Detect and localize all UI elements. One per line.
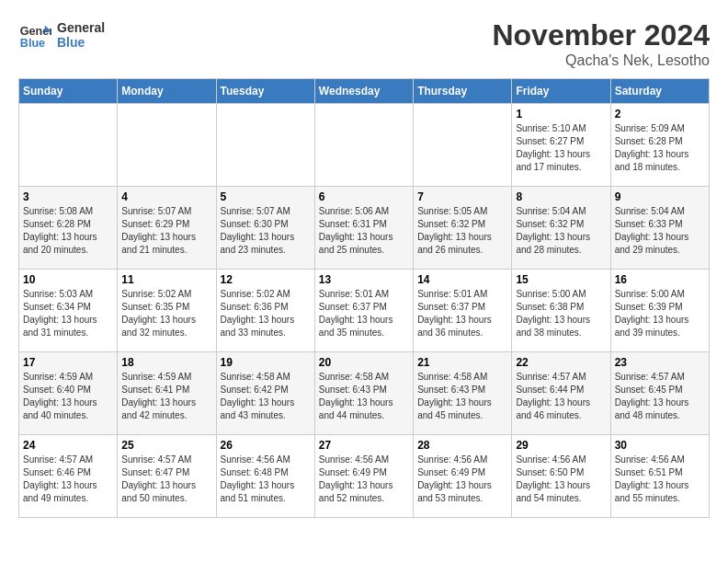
week-row-4: 24Sunrise: 4:57 AM Sunset: 6:46 PM Dayli… [19,435,710,518]
day-info: Sunrise: 5:01 AM Sunset: 6:37 PM Dayligh… [417,288,507,339]
header-tuesday: Tuesday [216,79,314,104]
calendar-cell [19,104,118,187]
day-number: 15 [516,273,606,286]
day-number: 8 [516,190,606,203]
day-number: 23 [615,356,705,369]
day-number: 20 [319,356,409,369]
calendar-cell: 20Sunrise: 4:58 AM Sunset: 6:43 PM Dayli… [314,352,413,435]
calendar-cell: 22Sunrise: 4:57 AM Sunset: 6:44 PM Dayli… [512,352,610,435]
day-info: Sunrise: 4:56 AM Sunset: 6:49 PM Dayligh… [417,454,507,505]
calendar-cell: 27Sunrise: 4:56 AM Sunset: 6:49 PM Dayli… [314,435,413,518]
title-block: November 2024 Qacha's Nek, Lesotho [492,18,710,69]
day-number: 29 [516,439,606,452]
day-info: Sunrise: 5:00 AM Sunset: 6:38 PM Dayligh… [516,288,606,339]
day-number: 10 [23,273,113,286]
logo: General Blue General Blue [18,18,105,52]
logo-line1: General [57,20,105,35]
calendar-header-row: SundayMondayTuesdayWednesdayThursdayFrid… [19,79,710,104]
calendar-cell: 14Sunrise: 5:01 AM Sunset: 6:37 PM Dayli… [414,270,512,352]
calendar-cell: 1Sunrise: 5:10 AM Sunset: 6:27 PM Daylig… [512,104,610,187]
day-info: Sunrise: 5:09 AM Sunset: 6:28 PM Dayligh… [615,122,705,174]
day-number: 1 [516,108,606,121]
day-info: Sunrise: 4:57 AM Sunset: 6:46 PM Dayligh… [23,454,113,505]
calendar-cell: 24Sunrise: 4:57 AM Sunset: 6:46 PM Dayli… [19,435,118,518]
day-info: Sunrise: 4:57 AM Sunset: 6:47 PM Dayligh… [121,454,211,505]
calendar-table: SundayMondayTuesdayWednesdayThursdayFrid… [18,78,710,518]
day-number: 4 [121,190,211,203]
day-number: 7 [417,190,507,203]
calendar-cell: 2Sunrise: 5:09 AM Sunset: 6:28 PM Daylig… [610,104,709,187]
calendar-cell: 17Sunrise: 4:59 AM Sunset: 6:40 PM Dayli… [19,352,118,435]
day-number: 26 [221,439,311,452]
day-number: 17 [23,356,113,369]
day-info: Sunrise: 5:04 AM Sunset: 6:32 PM Dayligh… [516,205,606,257]
calendar-cell: 11Sunrise: 5:02 AM Sunset: 6:35 PM Dayli… [118,270,216,352]
day-number: 6 [319,190,409,203]
day-number: 12 [221,273,311,286]
calendar-cell: 23Sunrise: 4:57 AM Sunset: 6:45 PM Dayli… [610,352,709,435]
day-number: 3 [23,190,113,203]
calendar-cell: 28Sunrise: 4:56 AM Sunset: 6:49 PM Dayli… [414,435,512,518]
day-info: Sunrise: 5:00 AM Sunset: 6:39 PM Dayligh… [615,288,705,339]
day-info: Sunrise: 5:07 AM Sunset: 6:29 PM Dayligh… [121,205,211,257]
day-info: Sunrise: 5:03 AM Sunset: 6:34 PM Dayligh… [23,288,113,339]
calendar-cell: 30Sunrise: 4:56 AM Sunset: 6:51 PM Dayli… [610,435,709,518]
month-title: November 2024 [492,18,710,52]
calendar-cell: 18Sunrise: 4:59 AM Sunset: 6:41 PM Dayli… [118,352,216,435]
calendar-cell: 25Sunrise: 4:57 AM Sunset: 6:47 PM Dayli… [118,435,216,518]
header-friday: Friday [512,79,610,104]
week-row-0: 1Sunrise: 5:10 AM Sunset: 6:27 PM Daylig… [19,104,710,187]
day-number: 14 [417,273,507,286]
calendar-cell: 13Sunrise: 5:01 AM Sunset: 6:37 PM Dayli… [314,270,413,352]
calendar-cell: 26Sunrise: 4:56 AM Sunset: 6:48 PM Dayli… [216,435,314,518]
logo-line2: Blue [57,35,105,50]
day-number: 25 [121,439,211,452]
day-number: 16 [615,273,705,286]
day-info: Sunrise: 4:58 AM Sunset: 6:43 PM Dayligh… [417,371,507,422]
calendar-cell: 8Sunrise: 5:04 AM Sunset: 6:32 PM Daylig… [512,187,610,270]
day-number: 9 [615,190,705,203]
day-info: Sunrise: 5:01 AM Sunset: 6:37 PM Dayligh… [319,288,409,339]
calendar-cell: 19Sunrise: 4:58 AM Sunset: 6:42 PM Dayli… [216,352,314,435]
day-number: 28 [417,439,507,452]
header-saturday: Saturday [610,79,709,104]
calendar-cell: 3Sunrise: 5:08 AM Sunset: 6:28 PM Daylig… [19,187,118,270]
day-info: Sunrise: 4:56 AM Sunset: 6:49 PM Dayligh… [319,454,409,505]
calendar-body: 1Sunrise: 5:10 AM Sunset: 6:27 PM Daylig… [19,104,710,518]
header-monday: Monday [118,79,216,104]
location-subtitle: Qacha's Nek, Lesotho [492,52,710,69]
calendar-cell: 12Sunrise: 5:02 AM Sunset: 6:36 PM Dayli… [216,270,314,352]
day-info: Sunrise: 5:02 AM Sunset: 6:35 PM Dayligh… [121,288,211,339]
day-number: 27 [319,439,409,452]
calendar-cell: 9Sunrise: 5:04 AM Sunset: 6:33 PM Daylig… [610,187,709,270]
day-number: 18 [121,356,211,369]
calendar-cell [414,104,512,187]
week-row-3: 17Sunrise: 4:59 AM Sunset: 6:40 PM Dayli… [19,352,710,435]
day-info: Sunrise: 5:08 AM Sunset: 6:28 PM Dayligh… [23,205,113,257]
calendar-cell: 4Sunrise: 5:07 AM Sunset: 6:29 PM Daylig… [118,187,216,270]
header-sunday: Sunday [19,79,118,104]
day-number: 19 [221,356,311,369]
day-number: 21 [417,356,507,369]
day-number: 5 [221,190,311,203]
header-thursday: Thursday [414,79,512,104]
day-info: Sunrise: 5:10 AM Sunset: 6:27 PM Dayligh… [516,122,606,174]
day-info: Sunrise: 4:57 AM Sunset: 6:44 PM Dayligh… [516,371,606,422]
day-info: Sunrise: 4:56 AM Sunset: 6:50 PM Dayligh… [516,454,606,505]
day-info: Sunrise: 4:59 AM Sunset: 6:41 PM Dayligh… [121,371,211,422]
svg-text:Blue: Blue [20,37,45,50]
day-number: 22 [516,356,606,369]
logo-icon: General Blue [18,18,51,52]
calendar-cell: 10Sunrise: 5:03 AM Sunset: 6:34 PM Dayli… [19,270,118,352]
calendar-cell [216,104,314,187]
day-info: Sunrise: 4:59 AM Sunset: 6:40 PM Dayligh… [23,371,113,422]
day-number: 13 [319,273,409,286]
calendar-cell: 5Sunrise: 5:07 AM Sunset: 6:30 PM Daylig… [216,187,314,270]
week-row-1: 3Sunrise: 5:08 AM Sunset: 6:28 PM Daylig… [19,187,710,270]
calendar-cell: 29Sunrise: 4:56 AM Sunset: 6:50 PM Dayli… [512,435,610,518]
calendar-cell [314,104,413,187]
day-number: 11 [121,273,211,286]
calendar-cell: 16Sunrise: 5:00 AM Sunset: 6:39 PM Dayli… [610,270,709,352]
day-number: 24 [23,439,113,452]
day-info: Sunrise: 5:04 AM Sunset: 6:33 PM Dayligh… [615,205,705,257]
